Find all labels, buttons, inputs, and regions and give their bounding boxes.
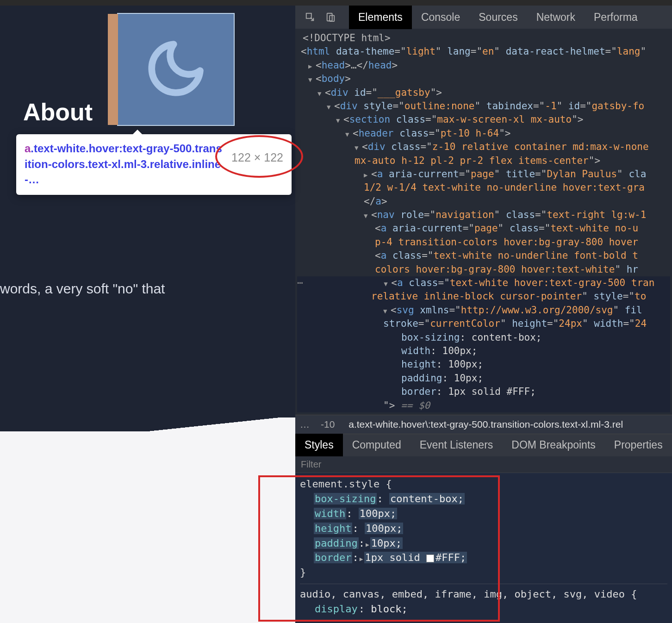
inspector-tooltip: a.text-white.hover:text-gray-500.transit… xyxy=(16,134,292,195)
inspect-icon[interactable] xyxy=(304,11,317,24)
dom-node[interactable]: ▼<body> xyxy=(297,72,670,86)
tab-sources[interactable]: Sources xyxy=(469,6,527,29)
devtools-panel: Elements Console Sources Network Perform… xyxy=(295,6,672,623)
dom-node[interactable]: ▼<div style="outline:none" tabindex="-1"… xyxy=(297,100,670,113)
tab-elements[interactable]: Elements xyxy=(349,6,412,29)
dom-node[interactable]: p-4 transition-colors hover:bg-gray-800 … xyxy=(297,236,670,249)
dom-node[interactable]: <a aria-current="page" class="text-white… xyxy=(297,222,670,235)
moon-icon xyxy=(143,36,208,103)
device-toggle-icon[interactable] xyxy=(324,11,337,24)
dom-node[interactable]: ▼<nav role="navigation" class="text-righ… xyxy=(297,208,670,222)
devtools-tabbar: Elements Console Sources Network Perform… xyxy=(295,6,672,29)
page-body-text: words, a very soft "no" that xyxy=(0,281,165,297)
inline-css[interactable]: box-sizing: content-box; xyxy=(297,331,670,344)
dom-node[interactable]: <!DOCTYPE html> xyxy=(297,31,670,45)
tab-dom-breakpoints[interactable]: DOM Breakpoints xyxy=(502,434,605,456)
inline-css[interactable]: padding: 10px; xyxy=(297,372,670,385)
dom-node[interactable]: mx-auto h-12 pl-2 pr-2 flex items-center… xyxy=(297,154,670,168)
styles-tabbar: Styles Computed Event Listeners DOM Brea… xyxy=(295,434,672,456)
dom-node-selected[interactable]: relative inline-block cursor-pointer" st… xyxy=(297,290,670,303)
dom-node[interactable]: stroke="currentColor" height="24px" widt… xyxy=(297,317,670,330)
window-top-bar xyxy=(0,0,672,6)
dom-node-selected[interactable]: ⋯ ▼<a class="text-white hover:text-gray-… xyxy=(297,276,670,290)
css-rule[interactable]: element.style { box-sizing: content-box;… xyxy=(300,477,667,584)
dom-node[interactable]: </a> xyxy=(297,195,670,208)
dom-node[interactable]: ▼<header class="pt-10 h-64"> xyxy=(297,127,670,140)
dom-node[interactable]: <a class="text-white no-underline font-b… xyxy=(297,249,670,262)
css-rule[interactable]: audio, canvas, embed, iframe, img, objec… xyxy=(300,584,667,619)
dom-node[interactable]: <html data-theme="light" lang="en" data-… xyxy=(297,45,670,58)
inline-css[interactable]: border: 1px solid #FFF; xyxy=(297,385,670,399)
tooltip-selector: a.text-white.hover:text-gray-500.transit… xyxy=(25,141,222,187)
dom-tree[interactable]: <!DOCTYPE html> <html data-theme="light"… xyxy=(295,29,672,415)
tab-computed[interactable]: Computed xyxy=(343,434,411,456)
bookmark-strip xyxy=(108,14,118,125)
breadcrumb[interactable]: …-10 a.text-white.hover\:text-gray-500.t… xyxy=(295,415,672,434)
inline-css[interactable]: width: 100px; xyxy=(297,344,670,358)
inline-css[interactable]: height: 100px; xyxy=(297,358,670,371)
tab-network[interactable]: Network xyxy=(527,6,585,29)
highlighted-element[interactable] xyxy=(117,13,235,126)
dom-node[interactable]: 1/2 w-1/4 text-white no-underline hover:… xyxy=(297,181,670,194)
tooltip-dimensions: 122 × 122 xyxy=(231,151,283,164)
dom-node[interactable]: ▶<a aria-current="page" title="Dylan Pau… xyxy=(297,168,670,181)
tab-performance[interactable]: Performa xyxy=(585,6,647,29)
page-preview: About a.text-white.hover:text-gray-500.t… xyxy=(0,6,295,623)
dom-node[interactable]: "> == $0 xyxy=(297,399,670,412)
tab-properties[interactable]: Properties xyxy=(605,434,672,456)
dom-node[interactable]: ▼<div class="z-10 relative container md:… xyxy=(297,140,670,154)
styles-panel[interactable]: element.style { box-sizing: content-box;… xyxy=(295,473,672,623)
tab-console[interactable]: Console xyxy=(412,6,469,29)
white-section: JI's reflect it. But, have you ever xyxy=(0,431,295,623)
dom-node[interactable]: ▼<div id="___gatsby"> xyxy=(297,86,670,100)
dom-node[interactable]: colors hover:bg-gray-800 hover:text-whit… xyxy=(297,263,670,276)
dom-node[interactable]: ▶<head>…</head> xyxy=(297,59,670,72)
dom-node[interactable]: ▼<svg xmlns="http://www.w3.org/2000/svg"… xyxy=(297,304,670,317)
dom-node[interactable]: ▼<section class="max-w-screen-xl mx-auto… xyxy=(297,113,670,126)
page-title: About xyxy=(23,98,93,126)
tab-styles[interactable]: Styles xyxy=(295,434,343,456)
styles-filter-input[interactable]: Filter xyxy=(295,456,672,473)
tab-event-listeners[interactable]: Event Listeners xyxy=(411,434,503,456)
